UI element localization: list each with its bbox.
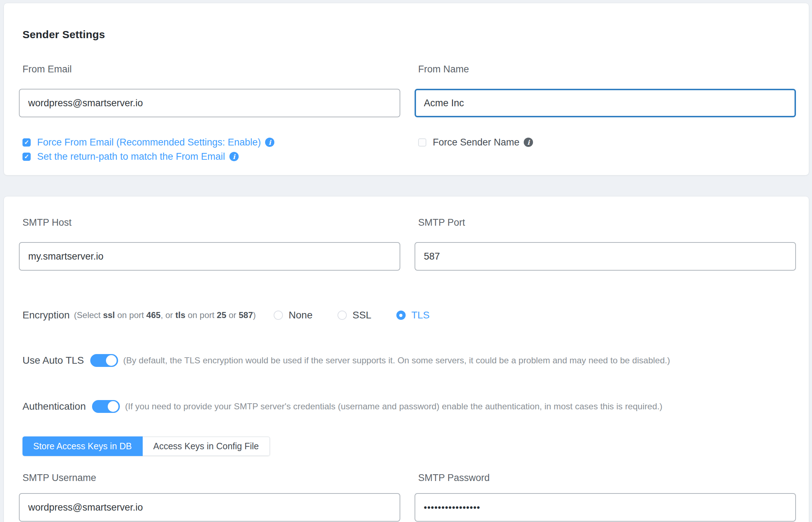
radio-dot: [399, 314, 402, 317]
return-path-row: ✓ Set the return-path to match the From …: [22, 149, 400, 164]
hint-text: ): [253, 310, 256, 320]
encryption-row: Encryption (Select ssl on port 465, or t…: [22, 308, 796, 322]
force-from-email-label[interactable]: Force From Email (Recommended Settings: …: [37, 137, 261, 148]
hint-25: 25: [217, 310, 227, 320]
radio-none-input[interactable]: [274, 311, 283, 320]
sender-fields-grid: From Email ✓ Force From Email (Recommend…: [19, 63, 796, 164]
smtp-connection-panel: SMTP Host SMTP Port Encryption (Select s…: [4, 196, 809, 522]
smtp-username-input[interactable]: [19, 493, 400, 522]
auto-tls-toggle[interactable]: [90, 354, 118, 367]
smtp-port-input[interactable]: [415, 242, 796, 271]
encryption-hint: (Select ssl on port 465, or tls on port …: [74, 310, 256, 320]
force-sender-name-label[interactable]: Force Sender Name: [433, 137, 519, 148]
info-icon[interactable]: i: [229, 152, 239, 161]
smtp-password-column: SMTP Password: [415, 472, 796, 522]
smtp-host-input[interactable]: [19, 242, 400, 271]
from-name-input[interactable]: [415, 89, 796, 117]
return-path-label[interactable]: Set the return-path to match the From Em…: [37, 151, 225, 162]
hint-text: on port: [115, 310, 146, 320]
hint-text: or: [226, 310, 239, 320]
keys-in-config-file-button[interactable]: Access Keys in Config File: [143, 436, 270, 456]
info-icon[interactable]: i: [265, 138, 274, 147]
authentication-toggle[interactable]: [92, 400, 120, 413]
encryption-label: Encryption: [22, 309, 70, 321]
smtp-host-column: SMTP Host: [19, 216, 400, 271]
hint-text: on port: [186, 310, 217, 320]
radio-tls-label[interactable]: TLS: [411, 309, 430, 321]
smtp-username-label: SMTP Username: [22, 472, 400, 484]
auto-tls-description: (By default, the TLS encryption would be…: [123, 355, 670, 365]
check-icon: ✓: [24, 139, 29, 145]
encryption-option-tls[interactable]: TLS: [396, 309, 430, 321]
from-name-label: From Name: [418, 63, 796, 75]
radio-ssl-input[interactable]: [338, 311, 347, 320]
host-port-grid: SMTP Host SMTP Port: [19, 216, 796, 271]
authentication-row: Authentication (If you need to provide y…: [22, 399, 796, 414]
key-storage-button-group: Store Access Keys in DB Access Keys in C…: [22, 436, 270, 456]
smtp-password-input[interactable]: [415, 493, 796, 522]
from-email-input[interactable]: [19, 89, 400, 117]
toggle-knob: [108, 401, 118, 412]
encryption-option-none[interactable]: None: [274, 309, 313, 321]
smtp-password-label: SMTP Password: [418, 472, 796, 484]
smtp-port-column: SMTP Port: [415, 216, 796, 271]
hint-ssl: ssl: [103, 310, 115, 320]
hint-tls: tls: [176, 310, 186, 320]
hint-text: (Select: [74, 310, 103, 320]
encryption-option-ssl[interactable]: SSL: [338, 309, 371, 321]
hint-465: 465: [146, 310, 161, 320]
store-keys-in-db-button[interactable]: Store Access Keys in DB: [22, 436, 143, 456]
auto-tls-label: Use Auto TLS: [22, 355, 84, 366]
sender-checkbox-block: ✓ Force From Email (Recommended Settings…: [22, 135, 400, 164]
force-from-email-row: ✓ Force From Email (Recommended Settings…: [22, 135, 400, 149]
credentials-grid: SMTP Username SMTP Password: [19, 472, 796, 522]
return-path-checkbox[interactable]: ✓: [22, 153, 31, 161]
smtp-host-label: SMTP Host: [22, 216, 400, 229]
from-email-column: From Email ✓ Force From Email (Recommend…: [19, 63, 400, 164]
radio-tls-input[interactable]: [396, 311, 406, 320]
smtp-port-label: SMTP Port: [418, 216, 796, 229]
authentication-description: (If you need to provide your SMTP server…: [125, 401, 662, 411]
hint-text: , or: [161, 310, 175, 320]
encryption-radio-group: None SSL TLS: [274, 309, 430, 321]
force-sender-name-row: Force Sender Name i: [418, 135, 796, 149]
toggle-knob: [106, 355, 117, 366]
force-from-email-checkbox[interactable]: ✓: [22, 138, 31, 147]
force-sender-name-checkbox[interactable]: [418, 138, 426, 147]
radio-none-label[interactable]: None: [289, 309, 313, 321]
from-name-column: From Name Force Sender Name i: [415, 63, 796, 164]
force-sender-block: Force Sender Name i: [418, 135, 796, 149]
smtp-settings-page: Sender Settings From Email ✓ Force From …: [0, 0, 812, 522]
info-icon[interactable]: i: [524, 138, 533, 147]
auto-tls-row: Use Auto TLS (By default, the TLS encryp…: [22, 353, 796, 368]
page-title: Sender Settings: [22, 28, 796, 41]
authentication-label: Authentication: [22, 401, 86, 412]
sender-settings-panel: Sender Settings From Email ✓ Force From …: [4, 3, 809, 175]
radio-ssl-label[interactable]: SSL: [352, 309, 371, 321]
from-email-label: From Email: [22, 63, 400, 75]
hint-587: 587: [239, 310, 253, 320]
check-icon: ✓: [24, 154, 29, 160]
smtp-username-column: SMTP Username: [19, 472, 400, 522]
